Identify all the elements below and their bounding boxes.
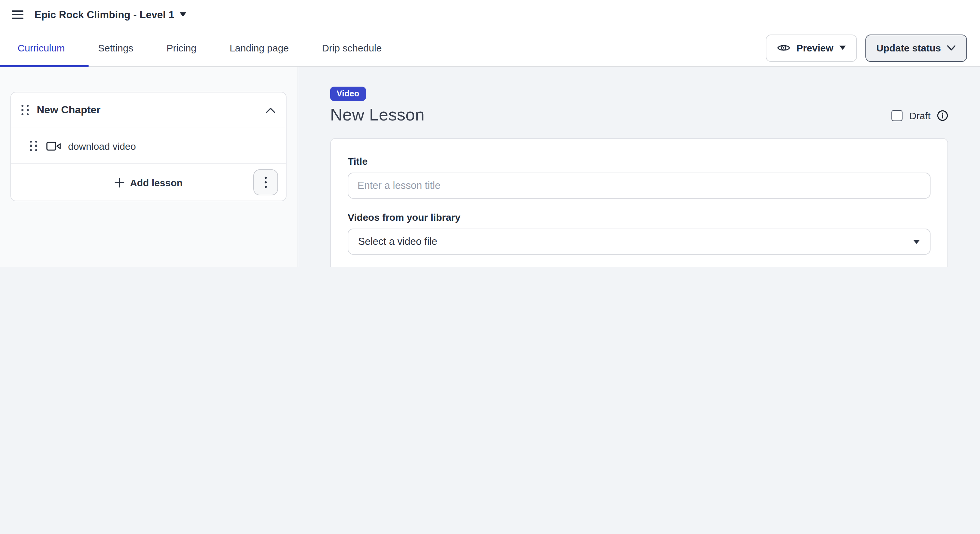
lesson-title-input[interactable] xyxy=(348,173,931,199)
caret-down-icon xyxy=(180,13,186,17)
video-library-select[interactable]: Select a video file xyxy=(348,229,931,254)
chapter-card: New Chapter download video Add lesson xyxy=(10,92,286,201)
update-status-button[interactable]: Update status xyxy=(865,34,967,62)
tabbar-actions: Preview Update status xyxy=(766,34,980,62)
eye-icon xyxy=(777,43,791,53)
curriculum-sidebar: New Chapter download video Add lesson xyxy=(0,67,298,267)
chapter-header[interactable]: New Chapter xyxy=(11,92,286,128)
tabs-nav: Curriculum Settings Pricing Landing page… xyxy=(0,42,382,53)
chapter-menu-button[interactable] xyxy=(253,169,278,195)
caret-down-icon xyxy=(839,46,846,50)
video-camera-icon xyxy=(46,141,61,151)
add-lesson-button[interactable]: Add lesson xyxy=(114,177,183,188)
library-field-label: Videos from your library xyxy=(348,211,931,223)
lesson-item[interactable]: download video xyxy=(11,128,286,164)
content-area: New Chapter download video Add lesson xyxy=(0,67,980,267)
selected-video-value: Select a video file xyxy=(358,236,437,248)
draft-label: Draft xyxy=(909,110,931,121)
chevron-up-icon[interactable] xyxy=(266,107,275,113)
top-header: Epic Rock Climbing - Level 1 xyxy=(0,0,980,29)
draft-checkbox[interactable] xyxy=(892,110,903,121)
update-status-label: Update status xyxy=(877,42,941,53)
page-title: New Lesson xyxy=(330,105,425,125)
course-title-dropdown[interactable]: Epic Rock Climbing - Level 1 xyxy=(35,9,186,21)
select-caret-icon xyxy=(913,239,920,244)
tab-settings[interactable]: Settings xyxy=(98,42,133,53)
kebab-icon xyxy=(264,176,267,188)
lesson-title: download video xyxy=(68,140,136,151)
lesson-editor-panel: Video New Lesson Draft Title Videos from xyxy=(298,67,980,267)
lesson-form-card: Title Videos from your library Select a … xyxy=(330,138,948,267)
plus-icon xyxy=(114,178,124,187)
tab-curriculum[interactable]: Curriculum xyxy=(18,42,65,53)
lesson-header-left: Video New Lesson xyxy=(330,87,425,125)
info-icon[interactable] xyxy=(937,110,948,121)
preview-button[interactable]: Preview xyxy=(766,34,857,62)
drag-handle-icon[interactable] xyxy=(30,140,37,151)
course-title: Epic Rock Climbing - Level 1 xyxy=(35,9,174,21)
lesson-header: Video New Lesson Draft xyxy=(330,87,948,125)
lesson-type-badge: Video xyxy=(330,87,366,101)
title-field-label: Title xyxy=(348,156,931,167)
tab-pricing[interactable]: Pricing xyxy=(166,42,196,53)
tab-landing-page[interactable]: Landing page xyxy=(229,42,289,53)
tab-bar: Curriculum Settings Pricing Landing page… xyxy=(0,29,980,67)
add-lesson-row: Add lesson xyxy=(11,164,286,200)
menu-icon[interactable] xyxy=(12,10,24,19)
chevron-down-icon xyxy=(947,45,956,51)
preview-label: Preview xyxy=(796,42,833,53)
drag-handle-icon[interactable] xyxy=(21,105,29,115)
add-lesson-label: Add lesson xyxy=(130,177,183,188)
tab-drip-schedule[interactable]: Drip schedule xyxy=(322,42,382,53)
app-window: Epic Rock Climbing - Level 1 Curriculum … xyxy=(0,0,980,267)
draft-toggle-row: Draft xyxy=(892,110,948,121)
chapter-title: New Chapter xyxy=(37,104,100,116)
